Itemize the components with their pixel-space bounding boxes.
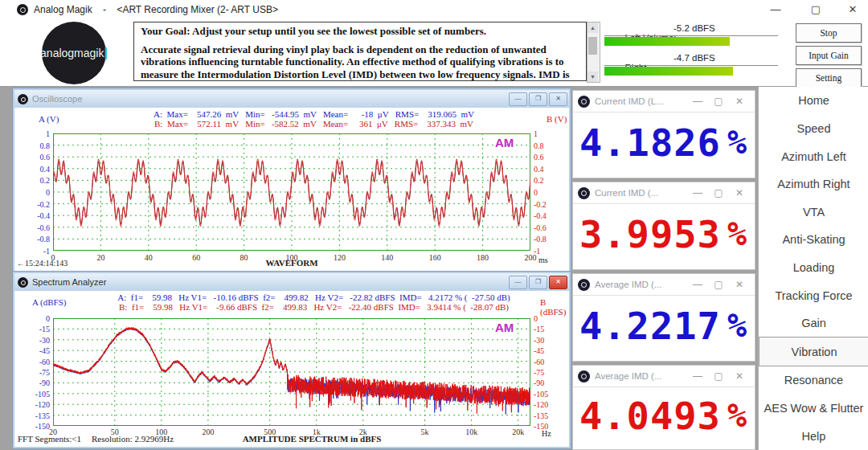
- meter-title: Current IMD (...: [595, 188, 687, 198]
- meter-close-icon[interactable]: ✕: [729, 279, 750, 290]
- app-logo-icon: [17, 4, 28, 15]
- percent-sign: %: [727, 397, 747, 434]
- axis-tick-label: 1: [21, 129, 50, 138]
- meter-minimize-icon[interactable]: —: [687, 96, 708, 107]
- meter-titlebar[interactable]: Average IMD (... — ▢ ✕: [573, 274, 755, 296]
- scope-stats-b: B: Max= 572.11 mV Min= -582.52 mV Mean= …: [14, 119, 569, 129]
- oscilloscope-minimize-icon[interactable]: —: [509, 92, 527, 106]
- sidebar-item-gain[interactable]: Gain: [759, 309, 868, 338]
- axis-tick-label: 160: [424, 253, 446, 262]
- spectrum-title: Spectrum Analyzer: [32, 277, 509, 287]
- axis-tick-label: -75: [21, 368, 50, 377]
- meter-maximize-icon[interactable]: ▢: [708, 187, 729, 198]
- sidebar-item-azimuth-right[interactable]: Azimuth Right: [759, 170, 868, 198]
- app-titlebar[interactable]: Analog Magik - <ART Recording Mixer (2- …: [0, 0, 868, 20]
- right-volume-fill: [604, 67, 733, 76]
- meter-titlebar[interactable]: Current IMD (L... — ▢ ✕: [573, 91, 755, 112]
- axis-tick-label: 20: [40, 428, 66, 436]
- meter-titlebar[interactable]: Average IMD (... — ▢ ✕: [573, 366, 755, 387]
- meter-minimize-icon[interactable]: —: [687, 370, 708, 382]
- input-gain-button[interactable]: Input Gain: [796, 46, 862, 65]
- axis-tick-label: 0.4: [21, 165, 50, 174]
- average-imd-right-window: Average IMD (... — ▢ ✕ 4.0493 %: [572, 365, 755, 450]
- spectrum-stats-a: A: f1= 59.98 Hz V1= -10.16 dBFS f2= 499.…: [14, 292, 569, 302]
- meter-close-icon[interactable]: ✕: [729, 370, 750, 382]
- current-imd-right-window: Current IMD (... — ▢ ✕ 3.9953 %: [572, 182, 755, 270]
- sidebar-item-azimuth-left[interactable]: Azimuth Left: [759, 142, 868, 170]
- sidebar-item-vta[interactable]: VTA: [759, 198, 868, 226]
- axis-tick-label: -15: [534, 325, 558, 333]
- volume-meters: Left Volume: -5.2 dBFS Right -4.7 dBFS: [604, 20, 778, 84]
- axis-tick-label: 100: [149, 428, 174, 436]
- sidebar-item-loading[interactable]: Loading: [759, 254, 868, 282]
- goal-text-box: Your Goal: Adjust your setup until you s…: [133, 22, 587, 81]
- axis-tick-label: 0: [534, 188, 558, 197]
- axis-tick-label: -0.2: [21, 200, 50, 209]
- scope-right-axis-label: B (V): [547, 114, 567, 124]
- axis-tick-label: 0.8: [534, 141, 558, 150]
- meter-maximize-icon[interactable]: ▢: [708, 96, 729, 107]
- meter-title: Current IMD (L...: [595, 96, 687, 106]
- scroll-down-icon[interactable]: ▼: [588, 72, 598, 82]
- sidebar-item-speed[interactable]: Speed: [759, 115, 868, 143]
- spectrum-restore-icon[interactable]: ❐: [529, 276, 547, 289]
- minimize-button[interactable]: —: [764, 2, 788, 18]
- oscilloscope-restore-icon[interactable]: ❐: [529, 92, 547, 106]
- right-volume-label: Right -4.7 dBFS: [604, 53, 778, 64]
- sidebar-item-tracking-force[interactable]: Tracking Force: [759, 281, 868, 309]
- percent-sign: %: [727, 124, 747, 161]
- sidebar-item-vibration[interactable]: Vibration: [759, 337, 868, 366]
- logo-text: analogmagik: [40, 47, 104, 59]
- oscilloscope-title: Oscilloscope: [32, 94, 509, 104]
- imd-value: 3.9953: [579, 212, 721, 256]
- left-volume-bar: [604, 35, 778, 47]
- axis-tick-label: 5k: [412, 428, 438, 436]
- goal-headline: Your Goal: Adjust your setup until you s…: [141, 25, 579, 38]
- sidebar-item-aes-wow-flutter[interactable]: AES Wow & Flutter: [759, 395, 868, 423]
- meter-close-icon[interactable]: ✕: [729, 187, 750, 198]
- meter-minimize-icon[interactable]: —: [687, 187, 708, 198]
- axis-tick-label: 60: [185, 253, 207, 262]
- axis-tick-label: -15: [21, 325, 50, 333]
- spectrum-titlebar[interactable]: Spectrum Analyzer — ❐ ✕: [14, 273, 569, 291]
- axis-tick-label: 0: [21, 188, 50, 197]
- oscilloscope-close-icon[interactable]: ✕: [549, 92, 567, 106]
- scroll-up-icon[interactable]: ▲: [588, 22, 598, 33]
- scope-left-axis-label: A (V): [39, 114, 59, 124]
- meter-maximize-icon[interactable]: ▢: [708, 279, 729, 290]
- setting-button[interactable]: Setting: [796, 68, 862, 88]
- stop-button[interactable]: Stop: [796, 23, 862, 43]
- meter-minimize-icon[interactable]: —: [687, 279, 708, 290]
- meter-close-icon[interactable]: ✕: [729, 96, 750, 107]
- goal-scrollbar[interactable]: ▲ ▼: [587, 22, 600, 83]
- spectrum-close-icon[interactable]: ✕: [549, 276, 567, 289]
- spectrum-window-icon: [18, 277, 28, 288]
- axis-tick-label: 0.6: [21, 153, 50, 162]
- meter-body: 4.1826 %: [573, 112, 755, 178]
- sidebar-item-anti-skating[interactable]: Anti-Skating: [759, 226, 868, 254]
- axis-tick-label: 0.8: [21, 141, 50, 150]
- maximize-button[interactable]: ▢: [804, 2, 828, 18]
- spectrum-minimize-icon[interactable]: —: [509, 276, 527, 289]
- sidebar-item-home[interactable]: Home: [759, 87, 868, 115]
- axis-tick-label: 200: [195, 428, 221, 436]
- spectrum-plot: [53, 318, 530, 426]
- sidebar-item-help[interactable]: Help: [759, 422, 868, 450]
- axis-tick-label: 0.4: [534, 165, 558, 174]
- analogmagik-logo: analogmagik|: [42, 22, 106, 84]
- sidebar-item-resonance[interactable]: Resonance: [759, 366, 868, 395]
- axis-tick-label: -75: [534, 368, 558, 377]
- meter-maximize-icon[interactable]: ▢: [708, 370, 729, 382]
- axis-tick-label: -90: [534, 378, 558, 387]
- goal-body: Accurate signal retrieval during vinyl p…: [141, 43, 579, 81]
- scrollbar-thumb[interactable]: [588, 37, 597, 55]
- axis-tick-label: -90: [21, 378, 50, 387]
- meter-title: Average IMD (...: [595, 371, 687, 381]
- meter-window-icon: [578, 279, 590, 291]
- close-button[interactable]: ✕: [841, 2, 865, 18]
- axis-tick-label: 40: [137, 253, 160, 262]
- right-volume-value: -4.7 dBFS: [674, 53, 715, 63]
- oscilloscope-titlebar[interactable]: Oscilloscope — ❐ ✕: [14, 90, 569, 108]
- meter-titlebar[interactable]: Current IMD (... — ▢ ✕: [573, 182, 755, 204]
- axis-tick-label: -0.6: [21, 223, 50, 232]
